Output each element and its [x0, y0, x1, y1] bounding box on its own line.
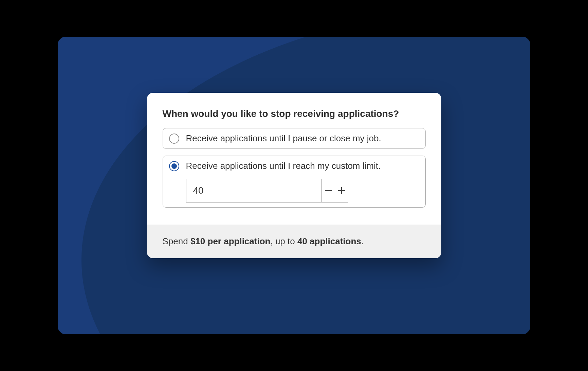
- limit-input[interactable]: [186, 179, 321, 202]
- application-limit-card: When would you like to stop receiving ap…: [147, 93, 441, 258]
- radio-label-pause-close: Receive applications until I pause or cl…: [186, 133, 381, 144]
- radio-row: Receive applications until I pause or cl…: [169, 133, 419, 144]
- decrement-button[interactable]: [321, 179, 335, 202]
- radio-icon: [169, 161, 179, 171]
- summary-prefix: Spend: [163, 236, 190, 246]
- summary-limit: 40 applications: [297, 236, 361, 246]
- card-title: When would you like to stop receiving ap…: [163, 108, 426, 119]
- radio-icon: [169, 134, 179, 144]
- background-panel: When would you like to stop receiving ap…: [58, 37, 530, 334]
- summary-middle: , up to: [270, 236, 297, 246]
- plus-icon: [338, 187, 345, 194]
- limit-stepper: [186, 179, 348, 202]
- summary-suffix: .: [361, 236, 364, 246]
- svg-rect-0: [325, 190, 332, 191]
- increment-button[interactable]: [335, 179, 348, 202]
- radio-option-pause-close[interactable]: Receive applications until I pause or cl…: [163, 128, 426, 149]
- radio-option-custom-limit[interactable]: Receive applications until I reach my cu…: [163, 156, 426, 208]
- radio-label-custom-limit: Receive applications until I reach my cu…: [186, 161, 381, 171]
- radio-dot-icon: [171, 163, 177, 169]
- svg-rect-2: [338, 190, 345, 191]
- radio-row: Receive applications until I reach my cu…: [169, 161, 419, 171]
- summary-price: $10 per application: [190, 236, 271, 246]
- spend-summary: Spend $10 per application, up to 40 appl…: [147, 225, 441, 258]
- card-body: When would you like to stop receiving ap…: [147, 93, 441, 225]
- minus-icon: [325, 190, 332, 191]
